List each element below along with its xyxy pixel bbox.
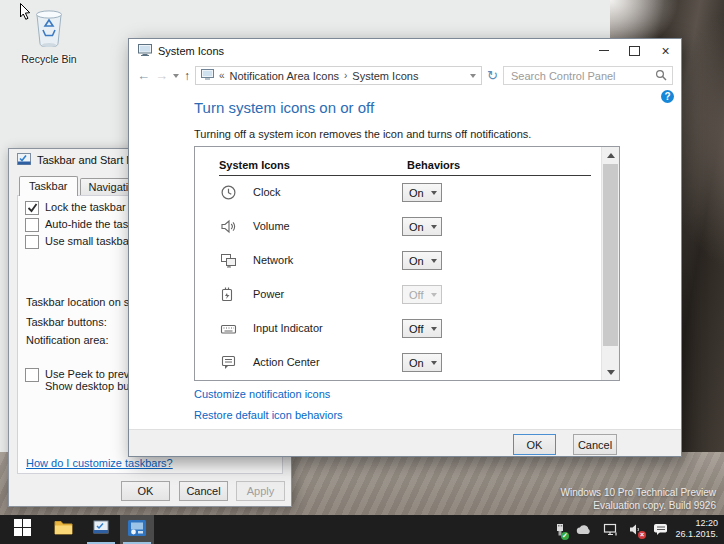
clock-icon: [220, 184, 237, 203]
cancel-button[interactable]: Cancel: [573, 434, 617, 455]
folder-icon: [54, 520, 73, 539]
clock-behavior-select[interactable]: On: [402, 183, 442, 202]
list-row-input-indicator: Input Indicator Off: [195, 319, 619, 339]
onedrive-tray-icon[interactable]: [576, 524, 592, 535]
action-center-icon: [220, 354, 237, 373]
recycle-bin-icon: [31, 34, 67, 51]
windows-logo-icon: [14, 519, 31, 540]
refresh-button[interactable]: ↻: [487, 68, 498, 83]
scroll-down-button[interactable]: [602, 364, 619, 380]
notification-area-label: Notification area:: [26, 334, 109, 346]
minimize-button[interactable]: [588, 39, 619, 62]
recent-pages-dropdown-icon[interactable]: [173, 74, 179, 78]
chevron-down-icon: [431, 191, 437, 195]
start-button[interactable]: [4, 515, 40, 544]
list-scrollbar[interactable]: [601, 147, 619, 380]
list-row-power: Power Off: [195, 285, 619, 305]
chevron-down-icon: [431, 327, 437, 331]
forward-button[interactable]: →: [155, 69, 168, 82]
column-header-behaviors: Behaviors: [407, 159, 460, 171]
taskbar: ✓ ×: [0, 515, 724, 544]
window-title: System Icons: [158, 45, 224, 57]
chevron-down-icon: [431, 293, 437, 297]
list-row-clock: Clock On: [195, 183, 619, 203]
ok-button[interactable]: OK: [513, 434, 556, 455]
system-tray: ✓ ×: [555, 515, 668, 544]
control-panel-app-icon: [128, 520, 146, 540]
minimize-icon: [599, 50, 609, 51]
window-icon: [138, 44, 152, 58]
input-indicator-behavior-select[interactable]: Off: [402, 319, 442, 338]
dialog-cancel-button[interactable]: Cancel: [179, 481, 228, 501]
volume-behavior-select[interactable]: On: [402, 217, 442, 236]
customize-notification-icons-link[interactable]: Customize notification icons: [194, 388, 330, 400]
lock-taskbar-checkbox[interactable]: Lock the taskbar: [25, 201, 126, 215]
window-footer: OK Cancel: [129, 429, 681, 456]
chevron-down-icon: [431, 225, 437, 229]
input-indicator-icon: [220, 320, 237, 339]
help-button[interactable]: ?: [661, 90, 674, 103]
page-description: Turning off a system icon removes the ic…: [194, 128, 531, 140]
chevron-down-icon: [431, 259, 437, 263]
maximize-button[interactable]: [619, 39, 650, 62]
dialog-ok-button[interactable]: OK: [121, 481, 170, 501]
list-row-network: Network On: [195, 251, 619, 271]
power-behavior-select: Off: [402, 285, 442, 304]
up-button[interactable]: ↑: [184, 70, 190, 82]
taskbar-properties-app-icon: [93, 520, 109, 539]
taskbar-clock[interactable]: 12:20 26.1.2015.: [675, 518, 718, 540]
taskbar-buttons-label: Taskbar buttons:: [26, 316, 107, 328]
restore-default-behaviors-link[interactable]: Restore default icon behaviors: [194, 409, 343, 421]
navigation-bar: ← → ↑ « Notification Area Icons › System…: [129, 64, 681, 87]
network-behavior-select[interactable]: On: [402, 251, 442, 270]
network-icon: [220, 252, 237, 271]
scrollbar-thumb[interactable]: [603, 164, 618, 346]
checkbox-unchecked-icon: [25, 368, 39, 382]
search-box[interactable]: [503, 66, 673, 85]
file-explorer-button[interactable]: [46, 515, 80, 544]
checkbox-checked-icon: [25, 201, 39, 215]
scroll-up-button[interactable]: [602, 147, 619, 163]
breadcrumb-separator-icon: ›: [344, 70, 347, 81]
build-watermark: Windows 10 Pro Technical Preview Evaluat…: [561, 486, 716, 512]
taskbar-properties-app-button[interactable]: [84, 515, 118, 544]
volume-muted-tray-icon[interactable]: ×: [629, 523, 642, 536]
close-icon: ×: [661, 44, 669, 58]
control-panel-app-button[interactable]: [120, 515, 154, 544]
list-row-action-center: Action Center On: [195, 353, 619, 373]
mouse-cursor: [19, 2, 32, 25]
tab-taskbar[interactable]: Taskbar: [19, 176, 78, 196]
scroll-down-icon: [607, 370, 615, 375]
watermark-line1: Windows 10 Pro Technical Preview: [561, 486, 716, 499]
watermark-line2: Evaluation copy. Build 9926: [561, 499, 716, 512]
dialog-apply-button[interactable]: Apply: [236, 481, 285, 501]
taskbar-properties-icon: [17, 153, 31, 167]
header-divider: [219, 175, 591, 176]
action-center-tray-icon[interactable]: [653, 523, 668, 536]
page-title: Turn system icons on or off: [194, 99, 374, 116]
breadcrumb-prefix: «: [219, 70, 225, 81]
close-button[interactable]: ×: [650, 39, 681, 62]
breadcrumb-notification-area-icons[interactable]: Notification Area Icons: [230, 70, 339, 82]
network-tray-icon[interactable]: [603, 523, 618, 536]
search-icon[interactable]: [655, 69, 667, 83]
breadcrumb-system-icons[interactable]: System Icons: [352, 70, 418, 82]
window-controls: ×: [588, 39, 681, 62]
usb-device-tray-icon[interactable]: ✓: [555, 523, 565, 537]
recycle-bin-label: Recycle Bin: [14, 53, 84, 65]
search-input[interactable]: [509, 69, 655, 83]
clock-date: 26.1.2015.: [675, 529, 718, 540]
maximize-icon: [629, 46, 640, 56]
list-row-volume: Volume On: [195, 217, 619, 237]
address-location-icon: [201, 69, 214, 82]
mute-badge: ×: [638, 531, 646, 539]
back-button[interactable]: ←: [137, 69, 150, 82]
address-bar[interactable]: « Notification Area Icons › System Icons: [195, 66, 482, 85]
clock-time: 12:20: [675, 518, 718, 529]
action-center-behavior-select[interactable]: On: [402, 353, 442, 372]
address-dropdown-icon[interactable]: [470, 74, 476, 78]
power-icon: [220, 286, 237, 305]
chevron-down-icon: [431, 361, 437, 365]
customize-taskbars-help-link[interactable]: How do I customize taskbars?: [26, 457, 173, 469]
desktop: Windows 10 Pro Technical Preview Evaluat…: [0, 0, 724, 544]
